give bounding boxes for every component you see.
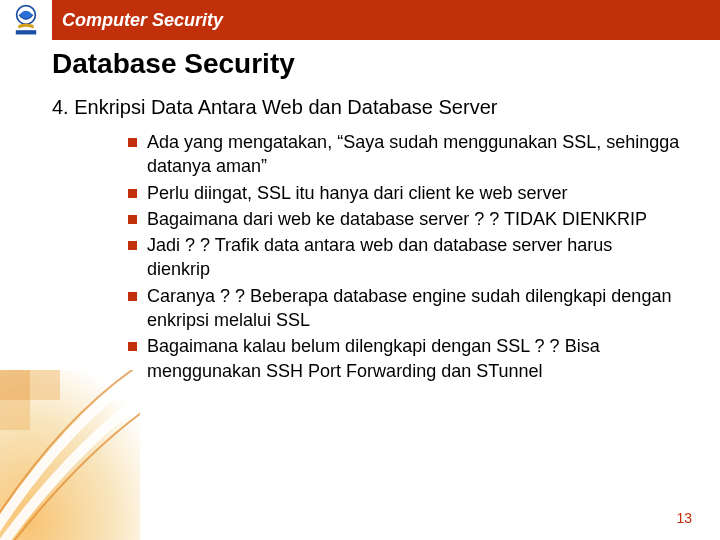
svg-rect-2 [0, 370, 140, 540]
svg-rect-3 [0, 370, 30, 400]
svg-rect-1 [16, 30, 36, 34]
bullet-text: Perlu diingat, SSL itu hanya dari client… [147, 181, 568, 205]
section-heading: 4. Enkripsi Data Antara Web dan Database… [52, 96, 497, 119]
bullet-text: Bagaimana kalau belum dilengkapi dengan … [147, 334, 680, 383]
bullet-icon [128, 292, 137, 301]
list-item: Caranya ? ? Beberapa database engine sud… [128, 284, 680, 333]
page-number: 13 [676, 510, 692, 526]
bullet-list: Ada yang mengatakan, “Saya sudah menggun… [128, 130, 680, 385]
logo-area [0, 0, 52, 40]
corner-decoration-icon [0, 370, 140, 540]
bullet-text: Ada yang mengatakan, “Saya sudah menggun… [147, 130, 680, 179]
bullet-icon [128, 189, 137, 198]
bullet-icon [128, 215, 137, 224]
page-title: Database Security [52, 48, 295, 80]
university-logo-icon [9, 3, 43, 37]
bullet-icon [128, 342, 137, 351]
list-item: Bagaimana kalau belum dilengkapi dengan … [128, 334, 680, 383]
list-item: Ada yang mengatakan, “Saya sudah menggun… [128, 130, 680, 179]
header-title: Computer Security [52, 10, 223, 31]
svg-rect-4 [30, 370, 60, 400]
svg-rect-5 [0, 400, 30, 430]
bullet-icon [128, 241, 137, 250]
list-item: Bagaimana dari web ke database server ? … [128, 207, 680, 231]
bullet-text: Bagaimana dari web ke database server ? … [147, 207, 647, 231]
slide: Computer Security Database Security 4. E… [0, 0, 720, 540]
bullet-icon [128, 138, 137, 147]
list-item: Perlu diingat, SSL itu hanya dari client… [128, 181, 680, 205]
bullet-text: Jadi ? ? Trafik data antara web dan data… [147, 233, 680, 282]
bullet-text: Caranya ? ? Beberapa database engine sud… [147, 284, 680, 333]
list-item: Jadi ? ? Trafik data antara web dan data… [128, 233, 680, 282]
header-bar: Computer Security [0, 0, 720, 40]
